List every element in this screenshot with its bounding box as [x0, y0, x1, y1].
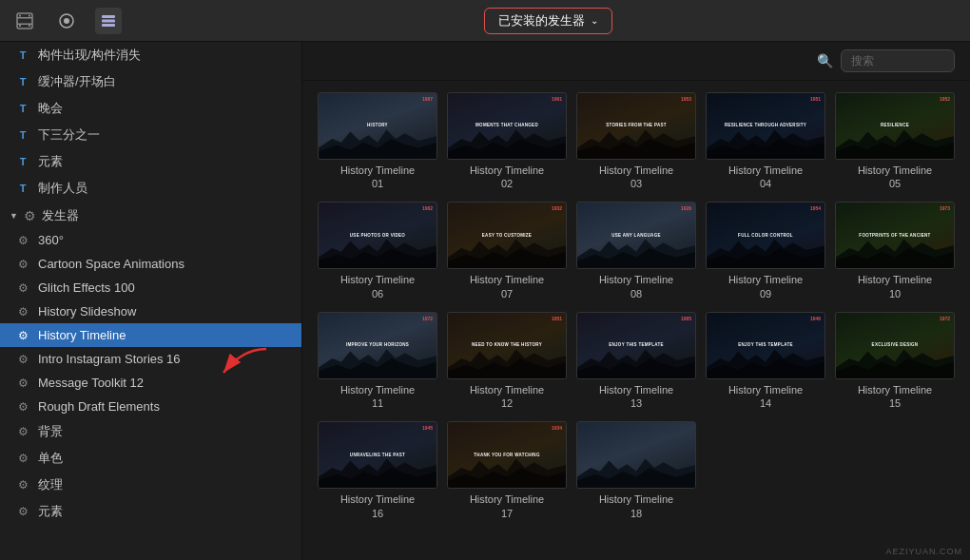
- gear-item-icon: ⚙: [15, 234, 30, 247]
- grid-item-6[interactable]: 1962 USE PHOTOS OR VIDEO History Timelin…: [318, 202, 437, 299]
- chevron-down-icon: ⌄: [591, 15, 598, 26]
- thumbnail-grid: 1967 HISTORY History Timeline 01 1961 MO…: [302, 81, 970, 560]
- grid-item-label: History Timeline 07: [447, 273, 567, 300]
- svg-rect-1: [17, 17, 32, 19]
- search-icon: 🔍: [817, 53, 833, 68]
- grid-item-11[interactable]: 1972 IMPROVE YOUR HORIZONS History Timel…: [318, 312, 437, 410]
- sidebar-item-label: History Slideshow: [38, 304, 136, 319]
- gear-item-icon: ⚙: [15, 258, 30, 271]
- grid-item-label: History Timeline 09: [706, 273, 825, 300]
- sidebar-item-g4[interactable]: ⚙ History Slideshow: [0, 299, 301, 323]
- sidebar-item-ti3[interactable]: T 晚会: [0, 95, 301, 122]
- gear-item-icon: ⚙: [15, 281, 30, 295]
- grid-item-8[interactable]: 1926 USE ANY LANGUAGE History Timeline 0…: [576, 202, 696, 299]
- grid-item-label: History Timeline 12: [447, 383, 567, 411]
- section-label: 发生器: [42, 207, 79, 224]
- sidebar-item-g11[interactable]: ⚙ 纹理: [0, 472, 301, 498]
- sidebar-item-label: Rough Draft Elements: [38, 399, 160, 414]
- sidebar-item-label: Glitch Effects 100: [38, 280, 135, 295]
- text-icon: T: [15, 129, 30, 141]
- sidebar-item-g3[interactable]: ⚙ Glitch Effects 100: [0, 276, 301, 299]
- sidebar-item-ti1[interactable]: T 构件出现/构件消失: [0, 42, 301, 68]
- sidebar-item-g9[interactable]: ⚙ 背景: [0, 418, 301, 445]
- library-icon[interactable]: [95, 8, 122, 34]
- text-icon: T: [15, 156, 30, 167]
- grid-item-1[interactable]: 1967 HISTORY History Timeline 01: [318, 92, 437, 190]
- expand-arrow-icon: ▼: [10, 211, 18, 221]
- grid-item-7[interactable]: 1932 EASY TO CUSTOMIZE History Timeline …: [447, 202, 567, 299]
- grid-item-17[interactable]: 1934 THANK YOU FOR WATCHING History Time…: [447, 421, 567, 519]
- sidebar-item-label: 360°: [38, 233, 64, 247]
- grid-item-label: History Timeline 15: [835, 383, 955, 411]
- grid-item-label: History Timeline 05: [835, 164, 955, 191]
- svg-rect-11: [102, 24, 115, 27]
- sidebar-item-label: History Timeline: [38, 328, 126, 342]
- grid-container: 1967 HISTORY History Timeline 01 1961 MO…: [302, 81, 970, 560]
- sidebar-item-ti6[interactable]: T 制作人员: [0, 175, 301, 202]
- sidebar-item-ti5[interactable]: T 元素: [0, 148, 301, 175]
- content-area: 🔍 1967 HISTORY History Timeline 01 1961 …: [302, 42, 970, 560]
- grid-item-9[interactable]: 1954 FULL COLOR CONTROL History Timeline…: [706, 202, 825, 299]
- sidebar-item-label: 单色: [38, 450, 63, 467]
- grid-item-label: History Timeline 11: [318, 383, 437, 411]
- grid-item-label: History Timeline 04: [706, 164, 825, 191]
- sidebar-item-g5[interactable]: ⚙ History Timeline: [0, 323, 301, 347]
- grid-item-label: History Timeline 18: [576, 492, 696, 520]
- search-input[interactable]: [841, 49, 955, 72]
- svg-rect-3: [19, 14, 21, 16]
- grid-item-13[interactable]: 1965 ENJOY THIS TEMPLATE History Timelin…: [576, 312, 696, 410]
- gear-section-icon: ⚙: [24, 208, 36, 223]
- svg-rect-10: [102, 19, 115, 22]
- gear-item-icon: ⚙: [15, 377, 30, 390]
- sidebar-item-label: Cartoon Space Animations: [38, 257, 184, 271]
- search-bar: 🔍: [302, 42, 970, 81]
- svg-point-8: [64, 18, 69, 24]
- grid-item-14[interactable]: 1946 ENJOY THIS TEMPLATE History Timelin…: [706, 312, 825, 410]
- grid-item-15[interactable]: 1972 EXCLUSIVE DESIGN History Timeline 1…: [835, 312, 955, 410]
- svg-rect-6: [29, 25, 30, 27]
- sidebar-item-g1[interactable]: ⚙ 360°: [0, 228, 301, 252]
- svg-rect-5: [19, 25, 21, 27]
- gear-item-icon: ⚙: [15, 505, 30, 518]
- grid-item-16[interactable]: 1945 UNRAVELING THE PAST History Timelin…: [318, 421, 437, 519]
- sidebar-item-label: 背景: [38, 423, 63, 440]
- film-icon[interactable]: [11, 8, 38, 34]
- svg-rect-2: [17, 23, 32, 25]
- dropdown-label: 已安装的发生器: [498, 12, 585, 29]
- grid-item-label: History Timeline 06: [318, 273, 437, 300]
- grid-item-label: History Timeline 08: [576, 273, 696, 300]
- grid-item-5[interactable]: 1952 RESILIENCE History Timeline 05: [835, 92, 955, 190]
- grid-item-label: History Timeline 14: [706, 383, 825, 411]
- text-icon: T: [15, 103, 30, 114]
- grid-item-label: History Timeline 13: [576, 383, 696, 411]
- grid-item-2[interactable]: 1961 MOMENTS THAT CHANGED History Timeli…: [447, 92, 567, 190]
- sidebar-item-g10[interactable]: ⚙ 单色: [0, 445, 301, 472]
- grid-item-label: History Timeline 03: [576, 164, 696, 191]
- media-icon[interactable]: [53, 8, 80, 34]
- sidebar: T 构件出现/构件消失 T 缓冲器/开场白 T 晚会 T 下三分之一 T 元素 …: [0, 42, 302, 560]
- gear-item-icon: ⚙: [15, 400, 30, 414]
- gear-item-icon: ⚙: [15, 353, 30, 366]
- sidebar-item-g7[interactable]: ⚙ Message Toolkit 12: [0, 371, 301, 395]
- text-icon: T: [15, 76, 30, 87]
- sidebar-item-ti2[interactable]: T 缓冲器/开场白: [0, 68, 301, 95]
- grid-item-4[interactable]: 1951 RESILIENCE THROUGH ADVERSITY Histor…: [706, 92, 825, 190]
- grid-item-10[interactable]: 1973 FOOTPRINTS OF THE ANCIENT History T…: [835, 202, 955, 299]
- grid-item-3[interactable]: 1953 STORIES FROM THE PAST History Timel…: [576, 92, 696, 190]
- sidebar-item-g8[interactable]: ⚙ Rough Draft Elements: [0, 395, 301, 418]
- sidebar-item-label: 制作人员: [38, 180, 87, 197]
- grid-item-12[interactable]: 1951 NEED TO KNOW THE HISTORY History Ti…: [447, 312, 567, 410]
- generator-section-header[interactable]: ▼ ⚙ 发生器: [0, 202, 301, 228]
- grid-item-18[interactable]: History Timeline 18: [576, 421, 696, 519]
- gear-item-icon: ⚙: [15, 329, 30, 342]
- sidebar-item-g2[interactable]: ⚙ Cartoon Space Animations: [0, 252, 301, 276]
- sidebar-item-label: 元素: [38, 153, 63, 170]
- grid-item-label: History Timeline 17: [447, 492, 567, 520]
- generator-dropdown[interactable]: 已安装的发生器 ⌄: [484, 8, 612, 34]
- sidebar-item-g12[interactable]: ⚙ 元素: [0, 498, 301, 525]
- sidebar-item-label: Intro Instagram Stories 16: [38, 352, 181, 366]
- toolbar: 已安装的发生器 ⌄: [0, 0, 970, 42]
- sidebar-item-ti4[interactable]: T 下三分之一: [0, 122, 301, 148]
- grid-item-label: History Timeline 10: [835, 273, 955, 300]
- sidebar-item-g6[interactable]: ⚙ Intro Instagram Stories 16: [0, 347, 301, 371]
